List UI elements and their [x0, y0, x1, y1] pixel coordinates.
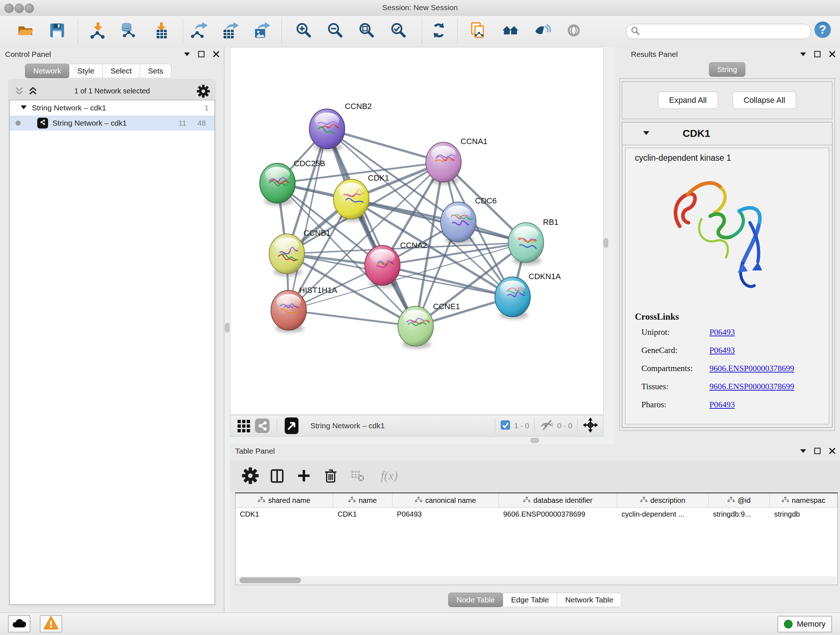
export-table-button[interactable]: [221, 22, 240, 41]
clone-network-button[interactable]: [469, 22, 488, 41]
delete-column-icon[interactable]: [321, 466, 340, 485]
crosslink-link[interactable]: 9606.ENSP00000378699: [709, 382, 794, 391]
refresh-view-button[interactable]: [429, 22, 448, 41]
network-row[interactable]: String Network – cdk1 11 48: [10, 116, 215, 131]
network-edge-CCNB2-HIST1H1A[interactable]: [289, 129, 327, 310]
crosslink-link[interactable]: 9606.ENSP00000378699: [709, 364, 794, 373]
tab-edge-table[interactable]: Edge Table: [503, 593, 557, 607]
tab-style[interactable]: Style: [69, 64, 103, 78]
warnings-button[interactable]: [40, 615, 62, 632]
export-image-button[interactable]: [253, 22, 271, 41]
tab-sets[interactable]: Sets: [140, 64, 172, 78]
string-query-button[interactable]: [501, 22, 520, 41]
crosslink-link[interactable]: P06493: [709, 346, 735, 355]
network-edge-HIST1H1A-CCNE1[interactable]: [289, 310, 416, 326]
results-panel-menu-icon[interactable]: [800, 51, 806, 59]
column-header-canonical-name[interactable]: canonical name: [393, 494, 499, 507]
column-type-icon: [782, 496, 789, 505]
network-canvas[interactable]: CCNB2CCNA1CDC25BCDK1CDC6RB1CCNB1CCNA2CDK…: [230, 47, 603, 415]
network-edge-CDK1-RB1[interactable]: [351, 199, 526, 242]
crosslink-link[interactable]: P06493: [709, 400, 735, 409]
network-node-RB1[interactable]: [508, 223, 544, 263]
network-node-CCNB1[interactable]: [269, 234, 305, 274]
zoom-selected-button[interactable]: [389, 22, 408, 41]
expand-all-button[interactable]: Expand All: [658, 92, 718, 109]
toolbar-separator: [78, 19, 78, 43]
selected-checkbox-icon[interactable]: [500, 420, 510, 432]
tab-network-table[interactable]: Network Table: [557, 593, 622, 607]
tab-select[interactable]: Select: [103, 64, 140, 78]
network-node-HIST1H1A[interactable]: [271, 290, 306, 330]
table-panel-close-icon[interactable]: [829, 448, 836, 456]
table-panel-float-icon[interactable]: [814, 448, 821, 456]
network-node-CDC6[interactable]: [441, 202, 476, 242]
zoom-fit-icon: [358, 22, 376, 41]
help-button[interactable]: ?: [813, 21, 832, 40]
show-graphics-details-icon: [565, 22, 583, 41]
control-panel-close-icon[interactable]: [213, 51, 219, 59]
table-options-gear-icon[interactable]: [241, 466, 260, 485]
column-header-description[interactable]: description: [617, 494, 709, 507]
table-row[interactable]: CDK1CDK1P064939606.ENSP00000378699cyclin…: [235, 508, 837, 521]
results-panel-close-icon[interactable]: [829, 51, 836, 59]
import-network-file-button[interactable]: [88, 22, 107, 41]
bottom-splitter[interactable]: [230, 437, 615, 444]
control-panel-menu-icon[interactable]: [184, 51, 190, 59]
export-network-icon: [191, 22, 208, 41]
search-input[interactable]: [626, 24, 811, 39]
tab-node-table[interactable]: Node Table: [448, 593, 503, 607]
table-panel-menu-icon[interactable]: [800, 448, 806, 455]
results-panel-float-icon[interactable]: [814, 51, 821, 59]
zoom-fit-button[interactable]: [357, 22, 376, 41]
tab-string[interactable]: String: [709, 62, 745, 77]
network-node-CCNB2[interactable]: [309, 109, 345, 149]
network-node-CDK1[interactable]: [333, 179, 369, 219]
column-header-name[interactable]: name: [333, 494, 393, 507]
import-network-database-button[interactable]: [119, 22, 138, 41]
crosslink-link[interactable]: P06493: [709, 328, 735, 337]
cloud-button[interactable]: [8, 615, 30, 632]
fit-selected-icon[interactable]: [583, 417, 598, 434]
right-splitter[interactable]: [603, 47, 615, 444]
save-session-button[interactable]: [48, 22, 66, 41]
memory-button[interactable]: Memory: [777, 616, 832, 632]
import-table-file-button[interactable]: [152, 22, 171, 41]
collapse-all-button[interactable]: Collapse All: [733, 92, 797, 109]
hide-graphics-details-button[interactable]: [533, 22, 552, 41]
detach-view-icon[interactable]: [282, 416, 301, 435]
network-edges: [278, 129, 526, 326]
network-node-CCNA1[interactable]: [426, 142, 461, 182]
title-bar: Session: New Session: [0, 0, 840, 16]
column-header-database-identifier[interactable]: database identifier: [499, 494, 617, 507]
network-node-CDC25B[interactable]: [260, 163, 295, 203]
zoom-out-button[interactable]: [326, 22, 345, 41]
left-splitter[interactable]: [224, 47, 230, 613]
gene-collapse-icon[interactable]: [643, 130, 649, 138]
add-column-icon[interactable]: [294, 466, 313, 485]
network-overview-icon[interactable]: [253, 416, 272, 435]
open-session-button[interactable]: [16, 22, 35, 41]
network-collection-row[interactable]: String Network – cdk1 1: [10, 100, 215, 116]
collection-expand-icon[interactable]: [21, 103, 27, 112]
show-columns-icon[interactable]: [268, 466, 286, 485]
node-label-CCNE1: CCNE1: [433, 302, 460, 311]
network-node-CDKN1A[interactable]: [495, 277, 531, 317]
control-panel-float-icon[interactable]: [198, 51, 205, 59]
network-node-CCNE1[interactable]: [398, 306, 433, 346]
table-horizontal-scrollbar[interactable]: [236, 576, 837, 584]
zoom-in-button[interactable]: [294, 22, 313, 41]
birds-eye-view-icon[interactable]: [234, 416, 253, 435]
crosslink-row: Compartments:9606.ENSP00000378699: [641, 364, 823, 378]
table-cell: 9606.ENSP00000378699: [499, 508, 617, 521]
network-options-gear-icon[interactable]: [197, 85, 210, 99]
export-network-button[interactable]: [190, 22, 209, 41]
gene-entry-header[interactable]: CDK1: [622, 122, 832, 145]
network-node-CCNA2[interactable]: [365, 245, 400, 285]
tab-network[interactable]: Network: [25, 64, 69, 78]
column-header-@id[interactable]: @id: [709, 494, 770, 507]
show-graphics-details-button[interactable]: [564, 22, 583, 41]
column-header-shared-name[interactable]: shared name: [235, 494, 333, 507]
main-toolbar: ?: [0, 16, 840, 48]
column-header-namespac[interactable]: namespac: [770, 494, 837, 507]
network-edge-CCNB2-CCNE1[interactable]: [327, 129, 416, 326]
